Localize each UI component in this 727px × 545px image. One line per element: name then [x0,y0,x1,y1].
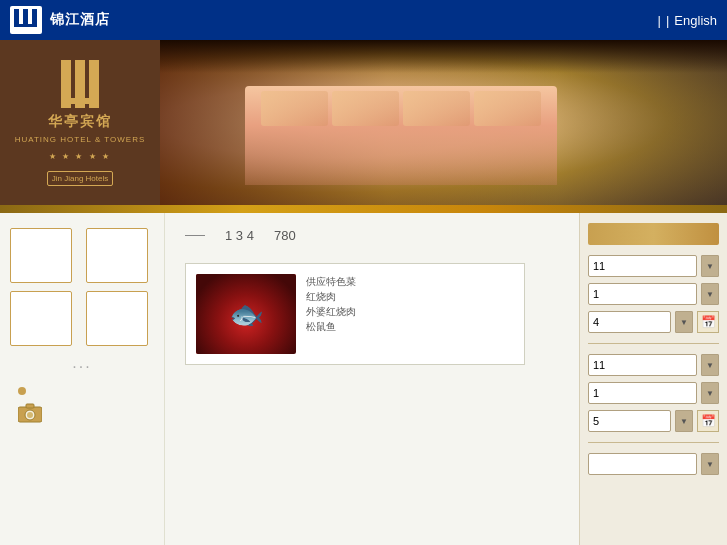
stats-row: 1 3 4 780 [185,228,559,243]
checkout-month-select[interactable]: 11 12 [588,354,697,376]
sidebar-icon-area [10,387,154,428]
topbar: 锦江酒店 | | English [0,0,727,40]
thumbnail-2[interactable] [86,228,148,283]
checkin-month-row: 11 12 ▼ [588,255,719,277]
topbar-lang-separator: | [666,13,669,28]
language-link[interactable]: English [674,13,717,28]
hotel-stars: ★ ★ ★ ★ ★ [49,152,111,161]
thumbnail-3[interactable] [10,291,72,346]
gold-divider [0,205,727,213]
thumbnail-grid [10,228,154,346]
panel-header [588,223,719,245]
logo-area: 锦江酒店 [10,6,110,34]
camera-icon [18,403,154,428]
room-type-select[interactable] [588,453,697,475]
checkout-month-row: 11 12 ▼ [588,354,719,376]
logo-text: 锦江酒店 [50,11,110,29]
hotel-logo-box: 华亭宾馆 HUATING HOTEL & TOWERS ★ ★ ★ ★ ★ Ji… [15,59,146,185]
right-panel: 11 12 ▼ 1 2 ▼ 4 5 ▼ 📅 11 [579,213,727,545]
checkin-date-select[interactable]: 4 5 [588,311,671,333]
checkout-calendar-button[interactable]: 📅 [697,410,719,432]
more-thumbnails[interactable]: ... [10,354,154,372]
stats-num1: 1 3 4 [225,228,254,243]
checkout-date-row: 5 6 ▼ 📅 [588,410,719,432]
hotel-name-en: HUATING HOTEL & TOWERS [15,135,146,145]
pillow-group [261,91,542,126]
submit-row: ▼ [588,453,719,475]
bed-decoration [245,86,557,185]
svg-point-10 [27,412,33,418]
jinjiang-brand: Jin Jiang Hotels [47,171,113,186]
checkout-month-arrow[interactable]: ▼ [701,354,719,376]
room-type-arrow[interactable]: ▼ [701,453,719,475]
svg-rect-7 [61,98,99,104]
stats-num2: 780 [274,228,296,243]
logo-icon [10,6,42,34]
sidebar: ... [0,213,165,545]
thumbnail-4[interactable] [86,291,148,346]
center-content: 1 3 4 780 供应特色菜 红烧肉 外婆红烧肉 松鼠鱼 [165,213,579,545]
pillow-1 [261,91,328,126]
hero-banner: 华亭宾馆 HUATING HOTEL & TOWERS ★ ★ ★ ★ ★ Ji… [0,40,727,205]
checkout-date-arrow[interactable]: ▼ [675,410,693,432]
sidebar-dot-icon [18,387,26,395]
hero-photo [160,40,727,205]
checkin-date-row: 4 5 ▼ 📅 [588,311,719,333]
hotel-symbol-icon [60,59,100,109]
stats-dash [185,235,205,236]
card-image [196,274,296,354]
checkin-calendar-button[interactable]: 📅 [697,311,719,333]
checkin-month-select[interactable]: 11 12 [588,255,697,277]
checkin-date-arrow[interactable]: ▼ [675,311,693,333]
checkout-day-arrow[interactable]: ▼ [701,382,719,404]
checkout-date-select[interactable]: 5 6 [588,410,671,432]
pillow-3 [403,91,470,126]
topbar-separator: | [658,13,661,28]
panel-divider-1 [588,343,719,344]
panel-divider-2 [588,442,719,443]
hotel-room-image [160,40,727,205]
checkout-day-select[interactable]: 1 2 [588,382,697,404]
pillow-4 [474,91,541,126]
pillow-2 [332,91,399,126]
main-content: ... 1 3 4 780 供应特色菜 红烧肉 外婆红烧肉 松鼠鱼 [0,213,727,545]
topbar-right: | | English [658,13,717,28]
checkin-day-row: 1 2 ▼ [588,283,719,305]
checkin-month-arrow[interactable]: ▼ [701,255,719,277]
checkout-day-row: 1 2 ▼ [588,382,719,404]
svg-rect-3 [14,24,37,27]
card-text: 供应特色菜 红烧肉 外婆红烧肉 松鼠鱼 [306,274,514,354]
thumbnail-1[interactable] [10,228,72,283]
content-card: 供应特色菜 红烧肉 外婆红烧肉 松鼠鱼 [185,263,525,365]
svg-rect-11 [26,404,34,408]
checkin-day-select[interactable]: 1 2 [588,283,697,305]
hotel-name-cn: 华亭宾馆 [48,113,112,131]
checkin-day-arrow[interactable]: ▼ [701,283,719,305]
hero-left-panel: 华亭宾馆 HUATING HOTEL & TOWERS ★ ★ ★ ★ ★ Ji… [0,40,160,205]
